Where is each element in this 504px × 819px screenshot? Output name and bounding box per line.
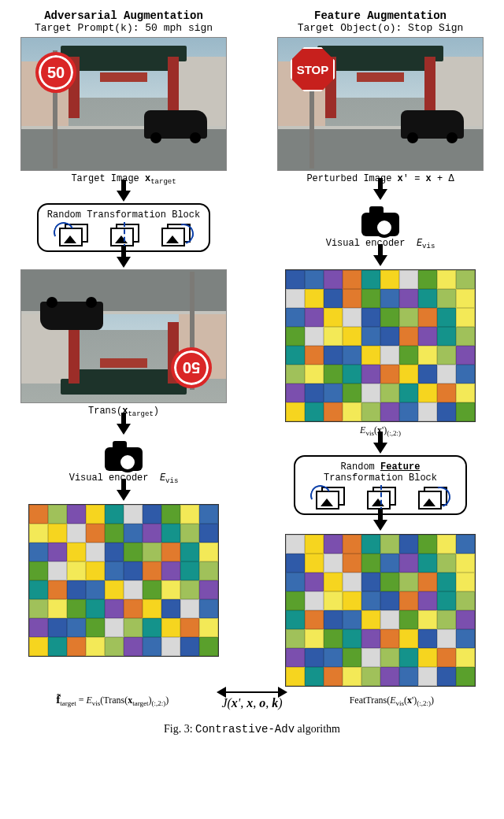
right-final-caption: FeatTrans(Evis(x')(:,2:))	[289, 695, 495, 707]
arrow-down-icon	[373, 255, 387, 266]
feature-grid-left	[28, 504, 219, 657]
transform-rotate-icon	[313, 487, 345, 510]
target-image: 50	[20, 37, 227, 171]
speed-sign-icon: 50	[35, 52, 76, 93]
left-prompt-label: Target Prompt(k): 50 mph sign	[35, 22, 213, 34]
loss-row: f̃target = Evis(Trans(xtarget)(:,2:)) J(…	[9, 691, 495, 710]
camera-icon	[102, 439, 146, 471]
transform-flip-icon	[108, 224, 139, 247]
right-column: Feature Augmentation Target Object(o): S…	[266, 9, 495, 687]
double-arrow-icon	[224, 691, 280, 693]
speed-sign-icon: 50	[171, 347, 212, 388]
random-transform-block: Random Transformation Block	[37, 203, 210, 252]
block-title: Random Transformation Block	[46, 209, 201, 220]
loss-expression: J(x', x, o, k)	[221, 696, 282, 710]
right-heading: Feature Augmentation	[314, 9, 447, 22]
transform-flip-icon	[365, 487, 396, 510]
feature-grid-right-top	[285, 269, 476, 422]
arrow-down-icon	[117, 490, 131, 501]
figure-caption: Fig. 3: Contrastive-Adv algorithm	[9, 723, 495, 736]
camera-icon	[358, 205, 402, 236]
left-heading: Adversarial Augmentation	[44, 9, 203, 22]
block-title: Random Feature Transformation Block	[303, 461, 458, 484]
transformed-image: 50	[20, 269, 227, 403]
arrow-down-icon	[117, 424, 131, 435]
arrow-down-icon	[117, 257, 131, 268]
random-feature-transform-block: Random Feature Transformation Block	[294, 455, 467, 515]
right-prompt-label: Target Object(o): Stop Sign	[298, 22, 464, 34]
columns: Adversarial Augmentation Target Prompt(k…	[9, 9, 495, 687]
left-column: Adversarial Augmentation Target Prompt(k…	[9, 9, 238, 687]
arrow-down-icon	[117, 191, 131, 202]
arrow-down-icon	[373, 189, 387, 200]
transform-rotate-icon	[57, 224, 88, 247]
left-final-caption: f̃target = Evis(Trans(xtarget)(:,2:))	[9, 695, 215, 707]
feature-grid-right-bottom	[285, 534, 476, 687]
arrow-down-icon	[373, 520, 387, 531]
figure-root: Adversarial Augmentation Target Prompt(k…	[9, 9, 495, 736]
transform-shear-icon	[159, 224, 191, 247]
arrow-down-icon	[373, 443, 387, 454]
transform-shear-icon	[416, 487, 447, 510]
perturbed-image: STOP	[277, 37, 484, 171]
